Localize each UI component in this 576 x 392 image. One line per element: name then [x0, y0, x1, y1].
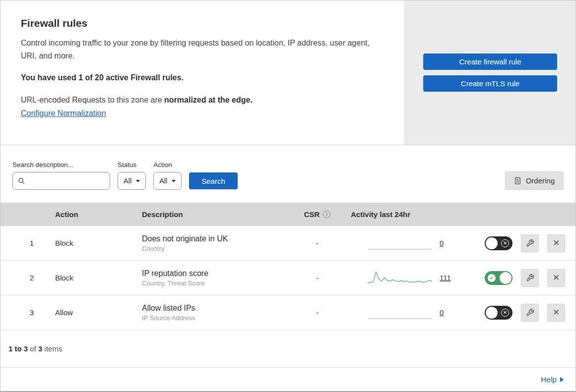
- search-input[interactable]: [29, 176, 105, 185]
- rule-priority: 3: [0, 308, 45, 317]
- search-label: Search description...: [12, 161, 110, 168]
- search-filter-group: Search description...: [12, 161, 110, 190]
- pagination-of: of: [28, 344, 38, 353]
- rule-priority: 1: [0, 239, 45, 247]
- activity-sparkline: [368, 235, 432, 252]
- delete-rule-button[interactable]: ✕: [547, 304, 565, 322]
- table-row: 2 Block IP reputation score Country, Thr…: [0, 261, 576, 295]
- action-select[interactable]: All: [153, 172, 182, 190]
- rule-description: Allow listed IPs: [142, 304, 294, 313]
- delete-rule-button[interactable]: ✕: [547, 269, 565, 287]
- search-icon: [18, 177, 25, 185]
- header-csr-column: CSR i: [294, 210, 341, 219]
- header-actions-panel: Create firewall rule Create mTLS rule: [404, 0, 576, 145]
- normalization-bold: normalized at the edge.: [164, 96, 253, 104]
- usage-summary: You have used 1 of 20 active Firewall ru…: [21, 73, 383, 82]
- firewall-rules-page: Firewall rules Control incoming traffic …: [0, 0, 576, 392]
- activity-sparkline: [368, 270, 432, 286]
- edit-rule-button[interactable]: [521, 269, 539, 287]
- csr-header-label: CSR: [304, 210, 320, 219]
- action-select-value: All: [159, 177, 167, 185]
- search-button[interactable]: Search: [189, 172, 238, 189]
- x-circle-icon: ✕: [501, 309, 509, 317]
- activity-count-link[interactable]: 111: [440, 274, 448, 282]
- header-text-block: Firewall rules Control incoming traffic …: [0, 0, 404, 145]
- status-label: Status: [118, 161, 146, 168]
- rule-enabled-toggle[interactable]: ✓ ✕: [485, 271, 512, 285]
- rule-description-cell: IP reputation score Country, Threat Scor…: [132, 269, 294, 287]
- create-firewall-rule-button[interactable]: Create firewall rule: [423, 54, 557, 70]
- rule-description: Does not originate in UK: [142, 234, 294, 243]
- activity-count-link[interactable]: 0: [440, 239, 447, 247]
- rule-description-cell: Allow listed IPs IP Source Address: [132, 304, 294, 322]
- info-icon[interactable]: i: [323, 211, 330, 218]
- status-filter-group: Status All: [118, 161, 146, 190]
- page-description: Control incoming traffic to your zone by…: [21, 37, 383, 62]
- table-row: 1 Block Does not originate in UK Country…: [0, 226, 576, 261]
- activity-sparkline: [368, 304, 432, 321]
- pagination-items: items: [42, 344, 62, 353]
- edit-rule-button[interactable]: [521, 234, 539, 252]
- help-link[interactable]: Help: [541, 375, 564, 384]
- rule-controls: ✓ ✕ ✕: [448, 234, 576, 252]
- filter-bar: Search description... Status All Action …: [0, 145, 576, 203]
- list-document-icon: [514, 177, 521, 185]
- ordering-button[interactable]: Ordering: [505, 171, 564, 190]
- action-filter-group: Action All: [153, 161, 182, 190]
- rule-controls: ✓ ✕ ✕: [448, 304, 576, 322]
- rule-action: Allow: [45, 308, 132, 317]
- rule-criteria: Country: [142, 245, 294, 252]
- toggle-knob: [486, 237, 498, 249]
- configure-normalization-link[interactable]: Configure Normalization: [21, 109, 106, 117]
- x-icon: ✕: [553, 273, 560, 283]
- rule-csr-value: -: [294, 239, 341, 247]
- wrench-icon: [526, 274, 534, 282]
- rule-action: Block: [45, 274, 132, 282]
- chevron-down-icon: [136, 180, 140, 182]
- rule-enabled-toggle[interactable]: ✓ ✕: [485, 236, 512, 250]
- toggle-knob: [486, 307, 498, 319]
- table-header-row: Action Description CSR i Activity last 2…: [0, 203, 576, 226]
- search-input-box[interactable]: [12, 172, 110, 190]
- delete-rule-button[interactable]: ✕: [547, 234, 565, 252]
- rule-priority: 2: [0, 274, 45, 282]
- rule-activity-cell: 0: [341, 304, 448, 321]
- arrow-right-icon: [560, 377, 564, 382]
- rule-csr-value: -: [294, 274, 341, 282]
- wrench-icon: [526, 239, 534, 247]
- status-select[interactable]: All: [118, 172, 146, 190]
- page-header: Firewall rules Control incoming traffic …: [0, 0, 576, 145]
- help-link-label: Help: [541, 375, 557, 384]
- header-activity-column: Activity last 24hr: [341, 210, 448, 219]
- action-label: Action: [153, 161, 182, 168]
- x-icon: ✕: [553, 307, 560, 318]
- rule-enabled-toggle[interactable]: ✓ ✕: [485, 306, 512, 320]
- chevron-down-icon: [172, 180, 176, 182]
- ordering-button-label: Ordering: [526, 176, 555, 185]
- check-icon: ✓: [488, 274, 496, 282]
- rule-activity-cell: 111: [341, 270, 448, 286]
- rule-description: IP reputation score: [142, 269, 294, 278]
- create-mtls-rule-button[interactable]: Create mTLS rule: [423, 75, 557, 92]
- pagination-total: 3: [38, 344, 42, 353]
- wrench-icon: [526, 308, 534, 317]
- header-description-column: Description: [132, 210, 294, 219]
- rule-csr-value: -: [294, 308, 341, 317]
- normalization-prefix: URL-encoded Requests to this zone are: [21, 96, 164, 104]
- rule-criteria: IP Source Address: [142, 314, 294, 322]
- rule-criteria: Country, Threat Score: [142, 280, 294, 287]
- status-select-value: All: [124, 177, 131, 185]
- edit-rule-button[interactable]: [521, 304, 539, 322]
- table-row: 3 Allow Allow listed IPs IP Source Addre…: [0, 295, 576, 330]
- pagination-range: 1 to 3: [8, 344, 28, 353]
- toggle-knob: [500, 272, 512, 284]
- x-icon: ✕: [553, 238, 560, 248]
- rule-description-cell: Does not originate in UK Country: [132, 234, 294, 252]
- header-action-column: Action: [45, 210, 132, 219]
- activity-count-link[interactable]: 0: [440, 308, 447, 317]
- rule-action: Block: [45, 239, 132, 247]
- normalization-note: URL-encoded Requests to this zone are no…: [21, 96, 383, 105]
- help-bar: Help: [0, 368, 576, 391]
- x-circle-icon: ✕: [501, 239, 509, 247]
- page-title: Firewall rules: [21, 17, 383, 29]
